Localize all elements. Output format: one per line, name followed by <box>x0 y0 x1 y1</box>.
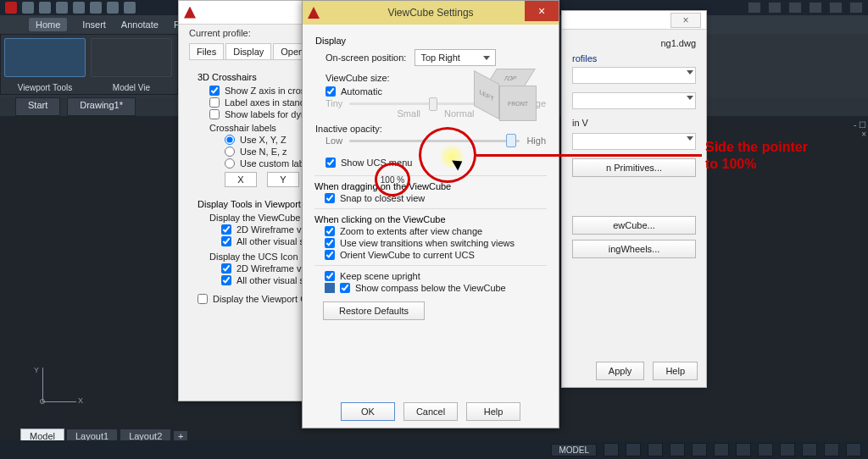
status-icon[interactable] <box>626 443 641 456</box>
viewcube-settings-dialog: ViewCube Settings × Display On-screen po… <box>302 0 559 429</box>
status-bar: MODEL <box>0 440 868 459</box>
status-icon[interactable] <box>846 443 861 456</box>
status-icon[interactable] <box>758 443 773 456</box>
status-icon[interactable] <box>604 443 619 456</box>
chevron-down-icon <box>483 56 490 60</box>
help-icon[interactable] <box>788 2 802 14</box>
close-icon[interactable]: × <box>670 13 701 28</box>
exchange-icon[interactable] <box>768 2 782 14</box>
status-model[interactable]: MODEL <box>551 444 597 456</box>
section-clicking: When clicking on the ViewCube <box>314 214 547 224</box>
onscreen-position-label: On-screen position: <box>326 53 406 63</box>
qat-icon[interactable] <box>56 2 68 14</box>
maximize-icon[interactable] <box>829 2 843 14</box>
chk-show-compass[interactable] <box>340 283 350 293</box>
close-button[interactable]: × <box>525 1 559 21</box>
qat-icon[interactable] <box>107 2 119 14</box>
panel-label: Viewport Tools <box>4 83 86 92</box>
opacity-high-label: High <box>526 135 546 146</box>
status-icon[interactable] <box>692 443 707 456</box>
chk-keep-upright[interactable]: Keep scene upright <box>325 271 547 281</box>
onscreen-position-select[interactable]: Top Right <box>415 49 496 66</box>
viewcube-button[interactable]: ewCube... <box>572 216 696 235</box>
panel-label: Model Vie <box>91 83 172 92</box>
help-button[interactable]: Help <box>466 402 520 421</box>
minimize-icon[interactable] <box>809 2 822 14</box>
app-logo-icon <box>184 7 196 19</box>
qat-icon[interactable] <box>124 2 136 14</box>
status-icon[interactable] <box>736 443 751 456</box>
file-tab-start[interactable]: Start <box>15 97 60 116</box>
status-icon[interactable] <box>714 443 729 456</box>
profile-dropdown[interactable] <box>572 67 696 84</box>
qat-icon[interactable] <box>22 2 34 14</box>
steeringwheels-button[interactable]: ingWheels... <box>572 240 696 258</box>
help-button[interactable]: Help <box>653 362 698 380</box>
opacity-slider[interactable]: Low High <box>326 135 546 146</box>
model-view-button[interactable] <box>91 38 172 77</box>
onscreen-position-value: Top Right <box>420 53 459 63</box>
status-icon[interactable] <box>780 443 795 456</box>
right-options-panel: × ng1.dwg rofiles in V n Primitives... e… <box>561 10 707 388</box>
in-v-label: in V <box>572 118 696 128</box>
chk-orient-ucs[interactable]: Orient ViewCube to current UCS <box>325 250 547 260</box>
dialog-title: ViewCube Settings <box>387 7 473 19</box>
apply-button[interactable]: Apply <box>596 362 645 380</box>
restore-defaults-button[interactable]: Restore Defaults <box>323 301 425 320</box>
viewport-tools-button[interactable] <box>4 38 86 77</box>
section-display: Display <box>315 36 546 46</box>
chk-view-transitions[interactable]: Use view transitions when switching view… <box>325 238 547 248</box>
ucs-axis-icon: Y X <box>25 368 76 418</box>
chk-show-compass-label: Show compass below the ViewCube <box>355 283 506 293</box>
account-icon[interactable] <box>748 2 761 14</box>
app-logo-icon[interactable] <box>5 2 17 14</box>
qat-icon[interactable] <box>39 2 51 14</box>
qat-icon[interactable] <box>90 2 102 14</box>
window-controls-mini[interactable]: - ☐ × <box>849 120 866 137</box>
cancel-button[interactable]: Cancel <box>403 402 458 421</box>
title-bar-controls <box>748 0 868 15</box>
opacity-low-label: Low <box>326 135 342 146</box>
viewcube-preview: TOP LEFT FRONT <box>470 67 543 133</box>
viewcube-titlebar[interactable]: ViewCube Settings × <box>303 1 559 25</box>
custom-label-x[interactable]: X <box>225 172 257 187</box>
status-icon[interactable] <box>802 443 817 456</box>
dropdown[interactable] <box>572 92 696 109</box>
app-logo-icon <box>308 7 320 19</box>
file-tab-drawing1[interactable]: Drawing1* <box>67 97 136 116</box>
ribbon-tab-home[interactable]: Home <box>29 18 67 31</box>
compass-icon <box>325 283 335 293</box>
status-icon[interactable] <box>824 443 839 456</box>
dropdown[interactable] <box>572 133 696 150</box>
chk-zoom-extents[interactable]: Zoom to extents after view change <box>325 226 547 236</box>
status-icon[interactable] <box>670 443 685 456</box>
section-dragging: When dragging on the ViewCube <box>314 181 547 191</box>
subtab-display[interactable]: Display <box>225 43 271 59</box>
subtab-files[interactable]: Files <box>189 43 224 59</box>
filename-label: ng1.dwg <box>572 38 696 48</box>
ucs-y-label: Y <box>34 366 39 374</box>
status-icon[interactable] <box>648 443 663 456</box>
custom-label-y[interactable]: Y <box>267 172 299 187</box>
ucs-x-label: X <box>78 396 83 405</box>
chk-show-ucs-menu[interactable]: Show UCS menu <box>326 158 546 168</box>
right-panel-header: rofiles <box>572 53 696 64</box>
ribbon-tab-insert[interactable]: Insert <box>82 19 106 30</box>
viewcube-size-label: ViewCube size: <box>326 73 390 83</box>
chk-snap-closest[interactable]: Snap to closest view <box>325 193 547 203</box>
file-tabs: Start Drawing1* <box>15 97 136 116</box>
opacity-slider-handle[interactable] <box>506 134 516 147</box>
ribbon-panel: Viewport Tools Model Vie <box>0 34 178 95</box>
profile-label: Current profile: <box>189 28 251 38</box>
qat-icon[interactable] <box>73 2 85 14</box>
cube-face-front: FRONT <box>499 86 537 121</box>
ok-button[interactable]: OK <box>341 402 395 421</box>
primitives-button[interactable]: n Primitives... <box>572 158 696 177</box>
close-icon[interactable] <box>849 2 863 14</box>
dialog-footer: OK Cancel Help <box>303 402 559 421</box>
ribbon-tab-annotate[interactable]: Annotate <box>121 19 159 30</box>
